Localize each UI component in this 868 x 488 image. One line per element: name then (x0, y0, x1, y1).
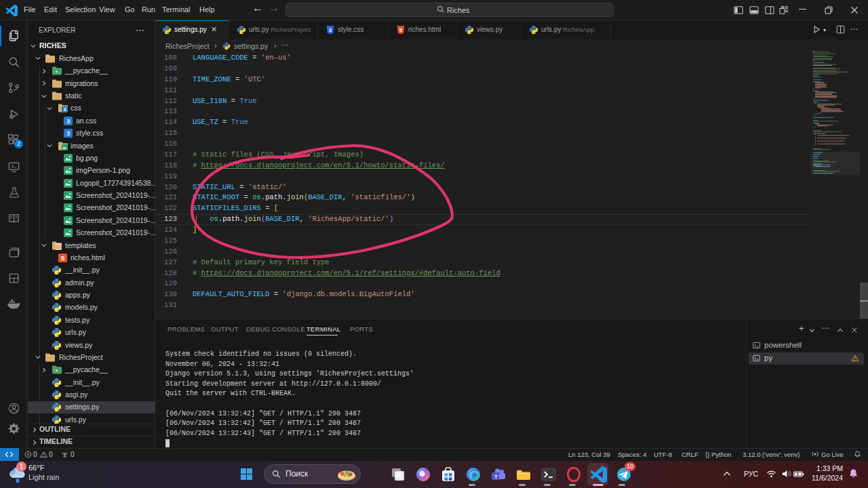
svg-text:5: 5 (61, 255, 64, 262)
svg-text:3: 3 (66, 118, 70, 125)
svg-text:3: 3 (66, 130, 70, 137)
svg-text:3: 3 (64, 107, 66, 112)
svg-text:T: T (494, 474, 498, 480)
svg-text:5: 5 (399, 27, 403, 33)
svg-text:3: 3 (329, 27, 332, 33)
